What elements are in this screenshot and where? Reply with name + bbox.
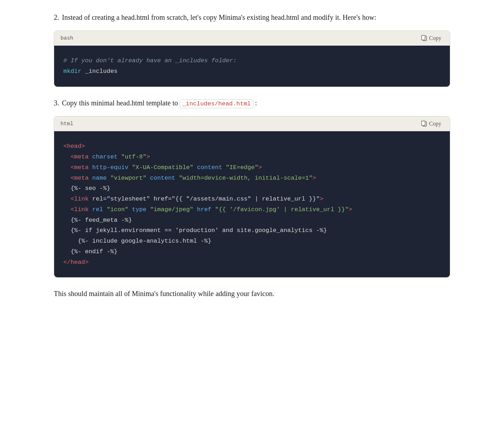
- svg-rect-3: [422, 121, 425, 126]
- html-line-endif: {%- endif -%}: [63, 247, 441, 257]
- html-block-body: <head> <meta charset="utf-8"> <meta http…: [54, 131, 450, 277]
- html-line-seo: {%- seo -%}: [63, 183, 441, 194]
- bash-command-word: mkdir: [63, 68, 81, 75]
- list-text-2: Instead of creating a head.html from scr…: [62, 11, 376, 23]
- list-item-3: 3. Copy this minimal head.html template …: [54, 97, 450, 109]
- html-line-head-open: <head>: [63, 141, 441, 152]
- bash-copy-label: Copy: [429, 35, 441, 41]
- bash-command-line: mkdir _includes: [63, 66, 441, 77]
- inline-code-head: _includes/head.html: [180, 99, 253, 108]
- html-lang-label: html: [61, 121, 73, 127]
- html-line-meta-http: <meta http-equiv="X-UA-Compatible" conte…: [63, 162, 441, 173]
- bash-copy-button[interactable]: Copy: [419, 34, 443, 42]
- svg-rect-1: [422, 35, 425, 40]
- html-line-link-icon: <link rel="icon" type="image/jpeg" href=…: [63, 204, 441, 215]
- html-copy-button[interactable]: Copy: [419, 120, 443, 128]
- html-line-feed: {%- feed_meta -%}: [63, 215, 441, 226]
- item3-text-after: :: [255, 99, 257, 107]
- html-copy-label: Copy: [429, 121, 441, 127]
- html-line-head-close: </head>: [63, 257, 441, 268]
- html-line-link-stylesheet: <link rel="stylesheet" href="{{ "/assets…: [63, 194, 441, 204]
- list-number-3: 3.: [54, 97, 59, 109]
- list-number-2: 2.: [54, 11, 59, 23]
- bash-lang-label: bash: [61, 35, 73, 41]
- html-line-if: {%- if jekyll.environment == 'production…: [63, 225, 441, 236]
- html-code-block: html Copy <head> <meta charset="utf-8"> …: [54, 116, 450, 278]
- html-block-header: html Copy: [54, 116, 450, 131]
- bottom-text: This should maintain all of Minima's fun…: [54, 288, 450, 300]
- html-line-meta-charset: <meta charset="utf-8">: [63, 152, 441, 162]
- item3-text-before: Copy this minimal head.html template to: [62, 99, 178, 107]
- bash-block-body: # If you don't already have an _includes…: [54, 46, 450, 87]
- bash-plain-word: _includes: [81, 68, 118, 75]
- bash-code-block: bash Copy # If you don't already have an…: [54, 30, 450, 87]
- copy-icon-html: [421, 121, 427, 127]
- html-line-include: {%- include google-analytics.html -%}: [63, 236, 441, 247]
- list-item-2: 2. Instead of creating a head.html from …: [54, 11, 450, 23]
- bash-block-header: bash Copy: [54, 31, 450, 46]
- list-text-3: Copy this minimal head.html template to …: [62, 97, 257, 109]
- bash-comment-line: # If you don't already have an _includes…: [63, 56, 441, 66]
- copy-icon-bash: [421, 35, 427, 41]
- html-line-meta-viewport: <meta name="viewport" content="width=dev…: [63, 173, 441, 184]
